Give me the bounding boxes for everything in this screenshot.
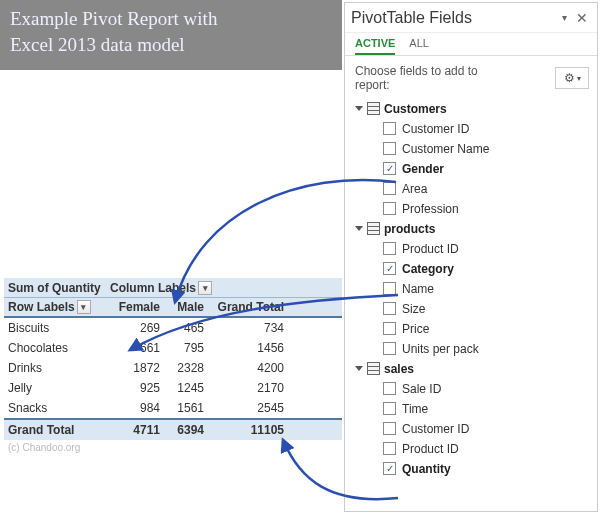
checkbox[interactable]: [383, 422, 396, 435]
table-name-label: products: [384, 222, 435, 236]
cell-female[interactable]: 925: [108, 381, 164, 395]
cell-female[interactable]: 984: [108, 401, 164, 415]
table-header-products[interactable]: products: [355, 219, 597, 239]
cell-total[interactable]: 2170: [208, 381, 290, 395]
column-labels-text: Column Labels: [110, 281, 196, 295]
field-item[interactable]: Sale ID: [355, 379, 597, 399]
pane-title: PivotTable Fields: [351, 9, 472, 27]
cell-male[interactable]: 465: [164, 321, 208, 335]
field-item[interactable]: Customer ID: [355, 119, 597, 139]
checkbox[interactable]: [383, 242, 396, 255]
field-item[interactable]: Customer Name: [355, 139, 597, 159]
table-icon: [367, 102, 380, 115]
table-row: Biscuits269465734: [4, 318, 342, 338]
cell-female[interactable]: 661: [108, 341, 164, 355]
credit-label: (c) Chandoo.org: [4, 442, 342, 453]
field-item[interactable]: Product ID: [355, 439, 597, 459]
field-item[interactable]: Quantity: [355, 459, 597, 479]
row-labels-cell[interactable]: Row Labels ▾: [4, 300, 108, 314]
checkbox[interactable]: [383, 202, 396, 215]
row-label[interactable]: Biscuits: [4, 321, 108, 335]
checkbox[interactable]: [383, 382, 396, 395]
grand-total-male: 6394: [164, 423, 208, 437]
gear-button[interactable]: ⚙ ▾: [555, 67, 589, 89]
gear-icon: ⚙: [564, 71, 575, 85]
field-item[interactable]: Name: [355, 279, 597, 299]
cell-female[interactable]: 269: [108, 321, 164, 335]
table-header-sales[interactable]: sales: [355, 359, 597, 379]
field-item[interactable]: Size: [355, 299, 597, 319]
title-line-2: Excel 2013 data model: [10, 32, 332, 58]
table-row: Jelly92512452170: [4, 378, 342, 398]
column-labels-cell[interactable]: Column Labels ▾: [108, 281, 238, 295]
checkbox[interactable]: [383, 162, 396, 175]
field-item[interactable]: Area: [355, 179, 597, 199]
row-label[interactable]: Snacks: [4, 401, 108, 415]
checkbox[interactable]: [383, 402, 396, 415]
cell-total[interactable]: 4200: [208, 361, 290, 375]
field-label: Area: [402, 182, 427, 196]
column-labels-dropdown[interactable]: ▾: [198, 281, 212, 295]
tab-active[interactable]: ACTIVE: [355, 37, 395, 55]
checkbox[interactable]: [383, 122, 396, 135]
cell-male[interactable]: 1561: [164, 401, 208, 415]
grand-total-row: Grand Total 4711 6394 11105: [4, 418, 342, 440]
field-label: Units per pack: [402, 342, 479, 356]
chevron-down-icon: ▾: [577, 74, 581, 83]
cell-total[interactable]: 734: [208, 321, 290, 335]
field-label: Time: [402, 402, 428, 416]
field-label: Name: [402, 282, 434, 296]
pivot-subheader-row: Row Labels ▾ Female Male Grand Total: [4, 298, 342, 318]
expand-icon: [355, 366, 363, 371]
field-item[interactable]: Units per pack: [355, 339, 597, 359]
field-item[interactable]: Time: [355, 399, 597, 419]
checkbox[interactable]: [383, 262, 396, 275]
row-label[interactable]: Jelly: [4, 381, 108, 395]
field-label: Product ID: [402, 442, 459, 456]
field-label: Sale ID: [402, 382, 441, 396]
field-item[interactable]: Product ID: [355, 239, 597, 259]
checkbox[interactable]: [383, 182, 396, 195]
field-item[interactable]: Category: [355, 259, 597, 279]
table-icon: [367, 362, 380, 375]
expand-icon: [355, 106, 363, 111]
field-label: Category: [402, 262, 454, 276]
cell-female[interactable]: 1872: [108, 361, 164, 375]
checkbox[interactable]: [383, 302, 396, 315]
field-label: Profession: [402, 202, 459, 216]
checkbox[interactable]: [383, 342, 396, 355]
field-label: Product ID: [402, 242, 459, 256]
field-item[interactable]: Gender: [355, 159, 597, 179]
cell-male[interactable]: 795: [164, 341, 208, 355]
choose-fields-row: Choose fields to add to report: ⚙ ▾: [345, 56, 597, 97]
cell-male[interactable]: 1245: [164, 381, 208, 395]
field-label: Customer ID: [402, 422, 469, 436]
checkbox[interactable]: [383, 462, 396, 475]
row-label[interactable]: Chocolates: [4, 341, 108, 355]
pivot-table: Sum of Quantity Column Labels ▾ Row Labe…: [4, 278, 342, 453]
pivottable-fields-pane: PivotTable Fields ▾ ✕ ACTIVE ALL Choose …: [344, 2, 598, 512]
table-header-customers[interactable]: Customers: [355, 99, 597, 119]
field-item[interactable]: Price: [355, 319, 597, 339]
row-labels-dropdown[interactable]: ▾: [77, 300, 91, 314]
grand-total-total: 11105: [208, 423, 290, 437]
close-icon[interactable]: ✕: [573, 9, 591, 27]
col-header-grand-total[interactable]: Grand Total: [208, 300, 290, 314]
checkbox[interactable]: [383, 322, 396, 335]
pane-dropdown-icon[interactable]: ▾: [560, 10, 569, 25]
col-header-male[interactable]: Male: [164, 300, 208, 314]
field-item[interactable]: Profession: [355, 199, 597, 219]
checkbox[interactable]: [383, 142, 396, 155]
checkbox[interactable]: [383, 282, 396, 295]
row-label[interactable]: Drinks: [4, 361, 108, 375]
table-name-label: sales: [384, 362, 414, 376]
pane-tabs: ACTIVE ALL: [345, 33, 597, 56]
cell-male[interactable]: 2328: [164, 361, 208, 375]
checkbox[interactable]: [383, 442, 396, 455]
tab-all[interactable]: ALL: [409, 37, 429, 55]
cell-total[interactable]: 1456: [208, 341, 290, 355]
col-header-female[interactable]: Female: [108, 300, 164, 314]
field-item[interactable]: Customer ID: [355, 419, 597, 439]
cell-total[interactable]: 2545: [208, 401, 290, 415]
grand-total-female: 4711: [108, 423, 164, 437]
